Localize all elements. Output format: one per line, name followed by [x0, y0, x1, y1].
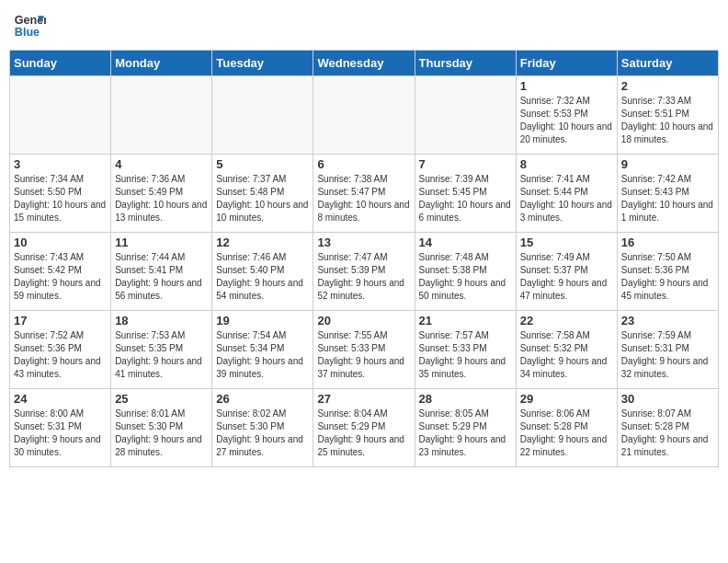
day-info: Sunrise: 7:43 AMSunset: 5:42 PMDaylight:… — [14, 251, 107, 303]
day-info: Sunrise: 7:52 AMSunset: 5:36 PMDaylight:… — [14, 329, 107, 381]
calendar-cell: 21Sunrise: 7:57 AMSunset: 5:33 PMDayligh… — [415, 311, 516, 389]
day-number: 10 — [14, 236, 107, 249]
weekday-header-saturday: Saturday — [617, 51, 718, 76]
calendar-cell: 25Sunrise: 8:01 AMSunset: 5:30 PMDayligh… — [111, 389, 212, 467]
day-number: 20 — [317, 314, 410, 327]
calendar-cell: 19Sunrise: 7:54 AMSunset: 5:34 PMDayligh… — [212, 311, 313, 389]
page-header: General Blue — [9, 9, 719, 42]
day-info: Sunrise: 7:37 AMSunset: 5:48 PMDaylight:… — [216, 173, 309, 224]
calendar-cell — [415, 76, 516, 155]
day-number: 13 — [317, 236, 410, 249]
day-number: 17 — [14, 314, 107, 327]
calendar-cell: 28Sunrise: 8:05 AMSunset: 5:29 PMDayligh… — [415, 389, 516, 467]
day-number: 24 — [14, 392, 107, 406]
day-info: Sunrise: 8:05 AMSunset: 5:29 PMDaylight:… — [419, 408, 512, 459]
calendar-week-3: 10Sunrise: 7:43 AMSunset: 5:42 PMDayligh… — [10, 233, 719, 311]
day-number: 9 — [621, 157, 714, 171]
day-number: 14 — [419, 236, 512, 249]
calendar-cell — [313, 76, 415, 155]
calendar-cell: 1Sunrise: 7:32 AMSunset: 5:53 PMDaylight… — [516, 76, 617, 155]
logo-icon: General Blue — [13, 9, 46, 42]
calendar-week-1: 1Sunrise: 7:32 AMSunset: 5:53 PMDaylight… — [10, 76, 719, 155]
day-info: Sunrise: 7:50 AMSunset: 5:36 PMDaylight:… — [621, 251, 714, 303]
day-number: 6 — [317, 157, 410, 171]
calendar-week-2: 3Sunrise: 7:34 AMSunset: 5:50 PMDaylight… — [10, 155, 719, 233]
calendar-cell: 30Sunrise: 8:07 AMSunset: 5:28 PMDayligh… — [617, 389, 718, 467]
day-info: Sunrise: 7:44 AMSunset: 5:41 PMDaylight:… — [115, 251, 208, 303]
calendar-cell — [212, 76, 313, 155]
calendar-cell: 11Sunrise: 7:44 AMSunset: 5:41 PMDayligh… — [111, 233, 212, 311]
day-number: 4 — [115, 157, 208, 171]
calendar-cell: 23Sunrise: 7:59 AMSunset: 5:31 PMDayligh… — [617, 311, 718, 389]
day-info: Sunrise: 7:42 AMSunset: 5:43 PMDaylight:… — [621, 173, 714, 224]
calendar-cell: 9Sunrise: 7:42 AMSunset: 5:43 PMDaylight… — [617, 155, 718, 233]
calendar-cell: 16Sunrise: 7:50 AMSunset: 5:36 PMDayligh… — [617, 233, 718, 311]
calendar-cell: 5Sunrise: 7:37 AMSunset: 5:48 PMDaylight… — [212, 155, 313, 233]
calendar-cell: 29Sunrise: 8:06 AMSunset: 5:28 PMDayligh… — [516, 389, 617, 467]
calendar-cell: 20Sunrise: 7:55 AMSunset: 5:33 PMDayligh… — [313, 311, 415, 389]
day-number: 28 — [419, 392, 512, 406]
day-info: Sunrise: 7:47 AMSunset: 5:39 PMDaylight:… — [317, 251, 410, 303]
day-info: Sunrise: 8:00 AMSunset: 5:31 PMDaylight:… — [14, 408, 107, 459]
day-info: Sunrise: 7:38 AMSunset: 5:47 PMDaylight:… — [317, 173, 410, 224]
calendar-cell: 3Sunrise: 7:34 AMSunset: 5:50 PMDaylight… — [10, 155, 111, 233]
day-info: Sunrise: 8:01 AMSunset: 5:30 PMDaylight:… — [115, 408, 208, 459]
calendar-cell: 18Sunrise: 7:53 AMSunset: 5:35 PMDayligh… — [111, 311, 212, 389]
calendar-week-4: 17Sunrise: 7:52 AMSunset: 5:36 PMDayligh… — [10, 311, 719, 389]
calendar-cell: 13Sunrise: 7:47 AMSunset: 5:39 PMDayligh… — [313, 233, 415, 311]
day-info: Sunrise: 7:33 AMSunset: 5:51 PMDaylight:… — [621, 95, 714, 146]
weekday-header-sunday: Sunday — [10, 51, 111, 76]
day-number: 2 — [621, 79, 714, 93]
day-info: Sunrise: 7:32 AMSunset: 5:53 PMDaylight:… — [520, 95, 613, 146]
day-info: Sunrise: 8:06 AMSunset: 5:28 PMDaylight:… — [520, 408, 613, 459]
day-info: Sunrise: 8:04 AMSunset: 5:29 PMDaylight:… — [317, 408, 410, 459]
day-info: Sunrise: 7:53 AMSunset: 5:35 PMDaylight:… — [115, 329, 208, 381]
day-number: 30 — [621, 392, 714, 406]
day-number: 21 — [419, 314, 512, 327]
day-number: 19 — [216, 314, 309, 327]
day-info: Sunrise: 7:55 AMSunset: 5:33 PMDaylight:… — [317, 329, 410, 381]
day-info: Sunrise: 7:36 AMSunset: 5:49 PMDaylight:… — [115, 173, 208, 224]
day-number: 5 — [216, 157, 309, 171]
calendar-cell: 17Sunrise: 7:52 AMSunset: 5:36 PMDayligh… — [10, 311, 111, 389]
calendar-cell: 12Sunrise: 7:46 AMSunset: 5:40 PMDayligh… — [212, 233, 313, 311]
day-info: Sunrise: 8:02 AMSunset: 5:30 PMDaylight:… — [216, 408, 309, 459]
svg-text:Blue: Blue — [15, 26, 40, 39]
calendar-cell: 22Sunrise: 7:58 AMSunset: 5:32 PMDayligh… — [516, 311, 617, 389]
day-number: 29 — [520, 392, 613, 406]
day-number: 11 — [115, 236, 208, 249]
calendar-table: SundayMondayTuesdayWednesdayThursdayFrid… — [9, 50, 719, 467]
day-info: Sunrise: 7:39 AMSunset: 5:45 PMDaylight:… — [419, 173, 512, 224]
weekday-header-thursday: Thursday — [415, 51, 516, 76]
day-number: 26 — [216, 392, 309, 406]
calendar-cell: 14Sunrise: 7:48 AMSunset: 5:38 PMDayligh… — [415, 233, 516, 311]
calendar-cell: 10Sunrise: 7:43 AMSunset: 5:42 PMDayligh… — [10, 233, 111, 311]
day-info: Sunrise: 7:48 AMSunset: 5:38 PMDaylight:… — [419, 251, 512, 303]
calendar-cell: 8Sunrise: 7:41 AMSunset: 5:44 PMDaylight… — [516, 155, 617, 233]
calendar-cell: 2Sunrise: 7:33 AMSunset: 5:51 PMDaylight… — [617, 76, 718, 155]
weekday-header-tuesday: Tuesday — [212, 51, 313, 76]
day-number: 1 — [520, 79, 613, 93]
day-info: Sunrise: 7:46 AMSunset: 5:40 PMDaylight:… — [216, 251, 309, 303]
day-info: Sunrise: 7:34 AMSunset: 5:50 PMDaylight:… — [14, 173, 107, 224]
day-number: 22 — [520, 314, 613, 327]
calendar-cell: 4Sunrise: 7:36 AMSunset: 5:49 PMDaylight… — [111, 155, 212, 233]
weekday-header-friday: Friday — [516, 51, 617, 76]
day-number: 7 — [419, 157, 512, 171]
calendar-cell — [10, 76, 111, 155]
calendar-cell: 24Sunrise: 8:00 AMSunset: 5:31 PMDayligh… — [10, 389, 111, 467]
day-info: Sunrise: 7:58 AMSunset: 5:32 PMDaylight:… — [520, 329, 613, 381]
calendar-cell: 26Sunrise: 8:02 AMSunset: 5:30 PMDayligh… — [212, 389, 313, 467]
day-number: 3 — [14, 157, 107, 171]
weekday-header-wednesday: Wednesday — [313, 51, 415, 76]
logo: General Blue — [13, 9, 46, 42]
calendar-cell: 6Sunrise: 7:38 AMSunset: 5:47 PMDaylight… — [313, 155, 415, 233]
weekday-header-monday: Monday — [111, 51, 212, 76]
day-number: 25 — [115, 392, 208, 406]
calendar-cell: 27Sunrise: 8:04 AMSunset: 5:29 PMDayligh… — [313, 389, 415, 467]
day-info: Sunrise: 7:41 AMSunset: 5:44 PMDaylight:… — [520, 173, 613, 224]
calendar-week-5: 24Sunrise: 8:00 AMSunset: 5:31 PMDayligh… — [10, 389, 719, 467]
day-info: Sunrise: 7:59 AMSunset: 5:31 PMDaylight:… — [621, 329, 714, 381]
calendar-cell — [111, 76, 212, 155]
day-number: 12 — [216, 236, 309, 249]
